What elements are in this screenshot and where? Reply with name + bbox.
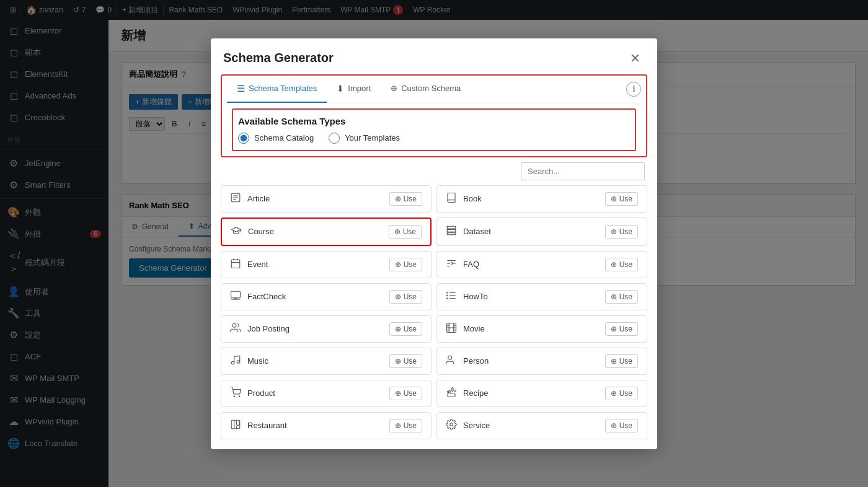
faq-plus-icon: ⊕ (611, 260, 617, 269)
faq-label: FAQ (463, 260, 479, 269)
service-use-btn[interactable]: ⊕ Use (605, 419, 638, 432)
movie-use-btn[interactable]: ⊕ Use (605, 322, 638, 336)
faq-icon (446, 258, 457, 271)
jobposting-label: Job Posting (247, 324, 290, 333)
recipe-icon (446, 387, 457, 400)
factcheck-icon (230, 290, 241, 304)
svg-point-32 (231, 361, 234, 364)
schema-item-howto[interactable]: HowTo ⊕ Use (436, 283, 647, 310)
factcheck-use-btn[interactable]: ⊕ Use (389, 290, 422, 304)
article-use-btn[interactable]: ⊕ Use (389, 192, 422, 206)
svg-point-36 (239, 396, 240, 397)
schema-templates-icon: ☰ (237, 83, 245, 94)
svg-rect-5 (447, 229, 456, 232)
svg-point-35 (234, 396, 235, 397)
event-label: Event (247, 260, 268, 269)
product-use-btn[interactable]: ⊕ Use (389, 387, 422, 400)
course-plus-icon: ⊕ (394, 227, 401, 236)
tab-custom-schema[interactable]: ⊕ Custom Schema (381, 76, 471, 102)
dataset-use-btn[interactable]: ⊕ Use (605, 225, 638, 239)
schema-item-movie[interactable]: Movie ⊕ Use (436, 315, 647, 343)
faq-use-btn[interactable]: ⊕ Use (605, 258, 638, 271)
schema-item-music[interactable]: Music ⊕ Use (221, 348, 432, 375)
dataset-icon (446, 225, 457, 239)
schema-item-product[interactable]: Product ⊕ Use (221, 380, 432, 407)
schema-item-jobposting[interactable]: Job Posting ⊕ Use (221, 315, 432, 343)
schema-item-faq[interactable]: FAQ ⊕ Use (436, 251, 647, 278)
radio-your-templates[interactable]: Your Templates (329, 133, 400, 144)
schema-item-dataset[interactable]: Dataset ⊕ Use (436, 217, 647, 246)
music-use-btn[interactable]: ⊕ Use (389, 354, 422, 368)
tab-import[interactable]: ⬇ Import (327, 76, 381, 102)
howto-use-btn[interactable]: ⊕ Use (605, 290, 638, 304)
book-use-btn[interactable]: ⊕ Use (605, 192, 638, 206)
schema-item-person[interactable]: Person ⊕ Use (436, 348, 647, 375)
product-label: Product (247, 388, 275, 398)
recipe-use-btn[interactable]: ⊕ Use (605, 387, 638, 400)
article-icon (230, 192, 241, 206)
book-plus-icon: ⊕ (611, 195, 617, 203)
schema-search-input[interactable] (521, 162, 645, 180)
person-plus-icon: ⊕ (611, 357, 617, 366)
book-label: Book (463, 194, 482, 203)
course-icon (231, 225, 242, 239)
movie-icon (446, 322, 457, 336)
howto-icon (446, 290, 457, 304)
dataset-label: Dataset (463, 227, 491, 236)
product-plus-icon: ⊕ (395, 389, 401, 398)
modal-close-button[interactable]: ✕ (625, 48, 645, 68)
modal-overlay[interactable]: Schema Generator ✕ ☰ Schema Templates ⬇ … (0, 0, 868, 487)
factcheck-label: FactCheck (247, 292, 286, 301)
movie-plus-icon: ⊕ (611, 325, 617, 333)
svg-point-33 (237, 360, 240, 363)
restaurant-use-btn[interactable]: ⊕ Use (389, 419, 422, 432)
dataset-plus-icon: ⊕ (611, 227, 617, 236)
event-use-btn[interactable]: ⊕ Use (389, 258, 422, 271)
factcheck-plus-icon: ⊕ (395, 292, 401, 301)
service-plus-icon: ⊕ (611, 421, 617, 430)
svg-point-23 (232, 323, 236, 327)
person-use-btn[interactable]: ⊕ Use (605, 354, 638, 368)
schema-item-recipe[interactable]: Recipe ⊕ Use (436, 380, 647, 407)
music-icon (230, 354, 241, 368)
howto-plus-icon: ⊕ (611, 292, 617, 301)
svg-point-21 (447, 295, 448, 296)
info-tab-icon[interactable]: ℹ (626, 82, 641, 97)
recipe-label: Recipe (463, 388, 488, 398)
article-label: Article (247, 194, 270, 203)
schema-grid: Article ⊕ Use Book ⊕ Use (211, 185, 657, 449)
jobposting-icon (230, 322, 241, 336)
modal-header: Schema Generator ✕ (211, 38, 657, 68)
jobposting-plus-icon: ⊕ (395, 325, 401, 333)
svg-rect-6 (447, 232, 456, 234)
radio-schema-catalog[interactable]: Schema Catalog (238, 133, 314, 144)
schema-item-event[interactable]: Event ⊕ Use (221, 251, 432, 278)
schema-item-restaurant[interactable]: Restaurant ⊕ Use (221, 412, 432, 439)
course-use-btn[interactable]: ⊕ Use (389, 225, 422, 239)
schema-item-article[interactable]: Article ⊕ Use (221, 185, 432, 213)
restaurant-plus-icon: ⊕ (395, 421, 401, 430)
course-label: Course (248, 227, 274, 236)
schema-item-course[interactable]: Course ⊕ Use (221, 217, 432, 246)
music-plus-icon: ⊕ (395, 357, 401, 366)
event-plus-icon: ⊕ (395, 260, 401, 269)
search-wrap (211, 157, 657, 185)
custom-schema-icon: ⊕ (391, 84, 397, 93)
restaurant-icon (230, 419, 241, 432)
tab-schema-templates[interactable]: ☰ Schema Templates (227, 76, 327, 103)
schema-item-book[interactable]: Book ⊕ Use (436, 185, 647, 213)
schema-item-service[interactable]: Service ⊕ Use (436, 412, 647, 439)
svg-rect-37 (448, 393, 455, 397)
product-icon (230, 387, 241, 400)
svg-rect-7 (231, 260, 240, 268)
service-label: Service (463, 421, 490, 430)
music-label: Music (247, 356, 268, 366)
service-icon (446, 419, 457, 432)
article-plus-icon: ⊕ (395, 195, 401, 203)
svg-point-34 (448, 356, 452, 359)
schema-generator-modal: Schema Generator ✕ ☰ Schema Templates ⬇ … (211, 38, 657, 449)
svg-rect-38 (231, 420, 240, 429)
recipe-plus-icon: ⊕ (611, 389, 617, 398)
schema-item-factcheck[interactable]: FactCheck ⊕ Use (221, 283, 432, 310)
jobposting-use-btn[interactable]: ⊕ Use (389, 322, 422, 336)
